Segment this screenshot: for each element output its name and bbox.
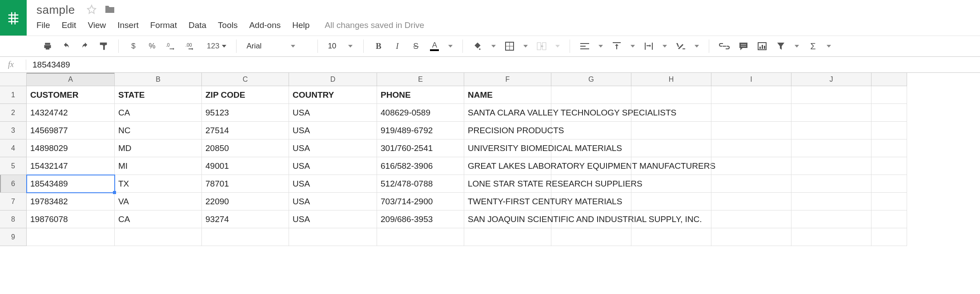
cell-G8[interactable] [551,211,631,228]
selection-handle[interactable] [113,191,116,194]
cell-A8[interactable]: 19876078 [27,211,115,228]
col-header-F[interactable]: F [464,73,551,86]
menu-addons[interactable]: Add-ons [249,20,281,30]
more-formats-button[interactable]: 123 [207,40,226,53]
vertical-align-button[interactable] [612,40,622,53]
cell-I5[interactable] [711,157,791,175]
cell-A2[interactable]: 14324742 [27,104,115,122]
percent-button[interactable]: % [147,40,157,53]
fill-color-button[interactable] [473,40,482,53]
row-header-1[interactable]: 1 [0,86,27,104]
doc-title[interactable]: sample [36,3,75,17]
cell-B5[interactable]: MI [115,157,202,175]
col-header-D[interactable]: D [289,73,377,86]
cell-C8[interactable]: 93274 [202,211,289,228]
borders-button[interactable] [505,40,514,53]
cell-F6[interactable]: LONE STAR STATE RESEARCH SUPPLIERS [464,175,551,193]
cell-B9[interactable] [115,228,202,246]
text-wrap-button[interactable] [644,40,654,53]
cell-D1[interactable]: COUNTRY [289,86,377,104]
cell-J3[interactable] [791,122,872,139]
cell-H9[interactable] [631,228,711,246]
cell-C9[interactable] [202,228,289,246]
text-rotation-button[interactable] [676,40,686,53]
font-size-select[interactable]: 10 [328,42,353,51]
cell-J5[interactable] [791,157,872,175]
cell-F5[interactable]: GREAT LAKES LABORATORY EQUIPMENT MANUFAC… [464,157,551,175]
col-header-extra[interactable] [872,73,907,86]
menu-data[interactable]: Data [189,20,206,30]
cell-C5[interactable]: 49001 [202,157,289,175]
cell-J8[interactable] [791,211,872,228]
cell-F3[interactable]: PRECISION PRODUCTS [464,122,551,139]
cell-H3[interactable] [631,122,711,139]
cell-I1[interactable] [711,86,791,104]
cell-B7[interactable]: VA [115,193,202,211]
cell-D8[interactable]: USA [289,211,377,228]
cell-F9[interactable] [464,228,551,246]
cell-J2[interactable] [791,104,872,122]
cell-B2[interactable]: CA [115,104,202,122]
menu-format[interactable]: Format [150,20,177,30]
cell-K6[interactable] [872,175,907,193]
cell-E1[interactable]: PHONE [377,86,464,104]
cell-K2[interactable] [872,104,907,122]
cell-C2[interactable]: 95123 [202,104,289,122]
increase-decimal-button[interactable]: .00 [185,40,198,53]
cell-I3[interactable] [711,122,791,139]
cell-K8[interactable] [872,211,907,228]
cell-G4[interactable] [551,139,631,157]
insert-comment-button[interactable] [739,40,748,53]
cell-I6[interactable] [711,175,791,193]
cell-B6[interactable]: TX [115,175,202,193]
horizontal-align-button[interactable] [580,40,590,53]
cell-B4[interactable]: MD [115,139,202,157]
row-header-2[interactable]: 2 [0,104,27,122]
functions-button[interactable]: Σ [808,40,818,53]
cell-I9[interactable] [711,228,791,246]
cell-A4[interactable]: 14898029 [27,139,115,157]
cell-F8[interactable]: SAN JOAQUIN SCIENTIFIC AND INDUSTRIAL SU… [464,211,551,228]
paint-format-icon[interactable] [99,40,108,53]
cell-F4[interactable]: UNIVERSITY BIOMEDICAL MATERIALS [464,139,551,157]
cell-I7[interactable] [711,193,791,211]
cell-C3[interactable]: 27514 [202,122,289,139]
insert-chart-button[interactable] [757,40,767,53]
cell-I4[interactable] [711,139,791,157]
cell-J7[interactable] [791,193,872,211]
cell-I2[interactable] [711,104,791,122]
cell-C7[interactable]: 22090 [202,193,289,211]
cell-K9[interactable] [872,228,907,246]
decrease-decimal-button[interactable]: .0 [166,40,177,53]
col-header-E[interactable]: E [377,73,464,86]
font-family-select[interactable]: Arial [246,42,295,51]
cell-G3[interactable] [551,122,631,139]
cell-F7[interactable]: TWENTY-FIRST CENTURY MATERIALS [464,193,551,211]
cell-H8[interactable] [631,211,711,228]
cell-A1[interactable]: CUSTOMER [27,86,115,104]
merge-cells-button[interactable] [537,40,546,53]
col-header-G[interactable]: G [551,73,631,86]
cell-E8[interactable]: 209/686-3953 [377,211,464,228]
cell-G6[interactable] [551,175,631,193]
cell-H2[interactable] [631,104,711,122]
row-header-4[interactable]: 4 [0,139,27,157]
cell-A6[interactable]: 18543489 [27,175,115,193]
cell-J9[interactable] [791,228,872,246]
cell-E6[interactable]: 512/478-0788 [377,175,464,193]
cell-C4[interactable]: 20850 [202,139,289,157]
strikethrough-button[interactable]: S [411,40,421,53]
undo-icon[interactable] [61,40,71,53]
cell-E4[interactable]: 301/760-2541 [377,139,464,157]
menu-help[interactable]: Help [292,20,309,30]
star-icon[interactable] [87,4,96,16]
menu-tools[interactable]: Tools [218,20,237,30]
row-header-9[interactable]: 9 [0,228,27,246]
menu-edit[interactable]: Edit [62,20,76,30]
cell-E7[interactable]: 703/714-2900 [377,193,464,211]
cell-B8[interactable]: CA [115,211,202,228]
cell-G1[interactable] [551,86,631,104]
cell-D6[interactable]: USA [289,175,377,193]
row-header-6[interactable]: 6 [0,175,27,193]
select-all-corner[interactable] [0,73,27,86]
